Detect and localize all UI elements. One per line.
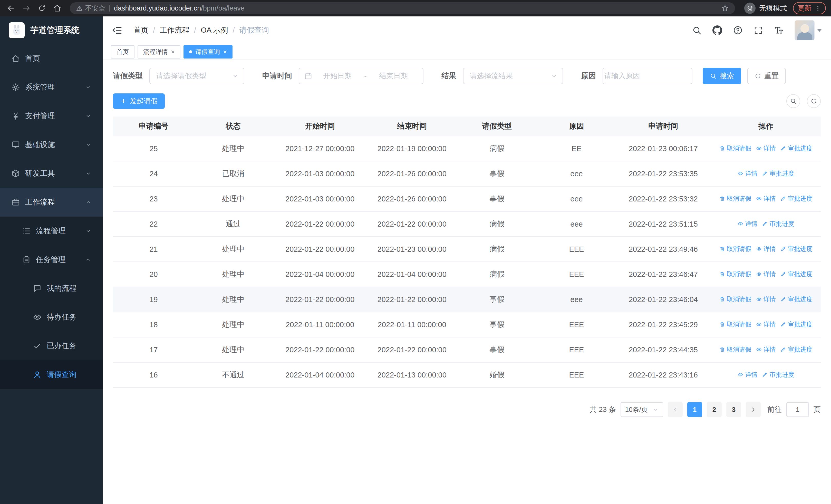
apply-time-range-picker[interactable]: 开始日期 - 结束日期 bbox=[299, 68, 424, 84]
avatar[interactable] bbox=[795, 20, 814, 40]
cancel-action-link[interactable]: 取消请假 bbox=[719, 270, 751, 278]
detail-action-link[interactable]: 详情 bbox=[738, 370, 757, 379]
progress-action-link[interactable]: 审批进度 bbox=[780, 144, 812, 152]
chevron-right-icon bbox=[750, 406, 756, 413]
user-menu[interactable] bbox=[795, 20, 822, 40]
detail-action-link[interactable]: 详情 bbox=[756, 245, 776, 253]
sidebar-item-process-management[interactable]: 流程管理 bbox=[0, 216, 103, 245]
progress-action-link[interactable]: 审批进度 bbox=[780, 270, 812, 278]
browser-reload-button[interactable] bbox=[36, 2, 48, 14]
leave-type-select[interactable]: 请选择请假类型 bbox=[149, 68, 244, 84]
progress-action-link[interactable]: 审批进度 bbox=[762, 220, 794, 228]
detail-action-link[interactable]: 详情 bbox=[738, 220, 757, 228]
detail-action-link[interactable]: 详情 bbox=[756, 346, 776, 354]
sidebar-item-infrastructure[interactable]: 基础设施 bbox=[0, 130, 103, 159]
address-bar[interactable]: 不安全 dashboard.yudao.iocoder.cn/bpm/oa/le… bbox=[70, 2, 735, 14]
browser-menu-icon[interactable] bbox=[814, 5, 821, 11]
progress-action-link[interactable]: 审批进度 bbox=[780, 195, 812, 203]
refresh-icon bbox=[810, 98, 817, 105]
table-header: 申请编号状态开始时间结束时间请假类型原因申请时间操作 bbox=[113, 117, 821, 136]
progress-action-link[interactable]: 审批进度 bbox=[780, 320, 812, 328]
font-size-icon[interactable] bbox=[774, 25, 784, 35]
cancel-action-link[interactable]: 取消请假 bbox=[719, 320, 751, 328]
cell-apply-time: 2022-01-22 23:53:35 bbox=[615, 161, 711, 186]
detail-action-link[interactable]: 详情 bbox=[756, 144, 776, 152]
sidebar-item-my-process[interactable]: 我的流程 bbox=[0, 274, 103, 303]
page-size-select[interactable]: 10条/页 bbox=[621, 402, 663, 417]
trash-icon bbox=[719, 296, 725, 302]
security-chip[interactable]: 不安全 bbox=[76, 4, 105, 13]
incognito-icon bbox=[746, 4, 754, 12]
cell-end-time: 2022-01-22 00:00:00 bbox=[368, 287, 456, 312]
detail-action-link[interactable]: 详情 bbox=[738, 169, 757, 178]
cell-leave-type: 事假 bbox=[456, 287, 538, 312]
browser-forward-button[interactable] bbox=[21, 2, 32, 14]
page-button-2[interactable]: 2 bbox=[707, 402, 722, 417]
close-tab-icon[interactable]: × bbox=[223, 49, 227, 55]
detail-action-link[interactable]: 详情 bbox=[756, 320, 776, 328]
reason-input[interactable] bbox=[604, 72, 691, 80]
sidebar-item-workflow[interactable]: 工作流程 bbox=[0, 188, 103, 216]
progress-action-link[interactable]: 审批进度 bbox=[762, 169, 794, 178]
incognito-label: 无痕模式 bbox=[759, 4, 787, 13]
sidebar-item-home[interactable]: 首页 bbox=[0, 44, 103, 73]
progress-action-link[interactable]: 审批进度 bbox=[762, 370, 794, 379]
pen-icon bbox=[780, 146, 786, 151]
detail-action-link[interactable]: 详情 bbox=[756, 270, 776, 278]
close-tab-icon[interactable]: × bbox=[171, 49, 175, 55]
tab-process-detail[interactable]: 流程详情× bbox=[138, 45, 180, 59]
cancel-action-link[interactable]: 取消请假 bbox=[719, 346, 751, 354]
help-icon[interactable] bbox=[733, 25, 743, 35]
breadcrumb-item[interactable]: 首页 bbox=[134, 25, 148, 35]
detail-action-link[interactable]: 详情 bbox=[756, 295, 776, 303]
browser-back-button[interactable] bbox=[5, 2, 17, 14]
search-icon[interactable] bbox=[692, 25, 701, 35]
progress-action-link[interactable]: 审批进度 bbox=[780, 245, 812, 253]
browser-home-button[interactable] bbox=[51, 2, 63, 14]
prev-page-button[interactable] bbox=[668, 402, 683, 417]
sidebar-item-system[interactable]: 系统管理 bbox=[0, 73, 103, 101]
pagination: 共 23 条 10条/页 123 前往 页 bbox=[113, 402, 821, 417]
progress-action-link[interactable]: 审批进度 bbox=[780, 295, 812, 303]
bookmark-star-icon[interactable] bbox=[721, 4, 729, 12]
cancel-action-link[interactable]: 取消请假 bbox=[719, 195, 751, 203]
sidebar-item-devtools[interactable]: 研发工具 bbox=[0, 159, 103, 188]
tab-leave-query[interactable]: 请假查询× bbox=[183, 45, 232, 59]
github-icon[interactable] bbox=[712, 25, 722, 35]
result-select[interactable]: 请选择流结果 bbox=[463, 68, 563, 84]
breadcrumb-item[interactable]: 工作流程 bbox=[160, 25, 190, 35]
breadcrumb-item[interactable]: OA 示例 bbox=[201, 25, 228, 35]
collapse-sidebar-icon[interactable] bbox=[112, 25, 123, 36]
page-button-1[interactable]: 1 bbox=[687, 402, 702, 417]
sidebar-item-task-management[interactable]: 任务管理 bbox=[0, 245, 103, 274]
toggle-search-button[interactable] bbox=[786, 94, 800, 108]
next-page-button[interactable] bbox=[746, 402, 761, 417]
chevron-down-icon bbox=[85, 113, 91, 119]
cell-apply-time: 2022-01-22 23:43:16 bbox=[615, 362, 711, 387]
search-button[interactable]: 搜索 bbox=[703, 68, 741, 84]
fullscreen-icon[interactable] bbox=[753, 25, 763, 35]
app-logo[interactable]: 芋道管理系统 bbox=[0, 17, 103, 44]
sidebar-item-payment[interactable]: 支付管理 bbox=[0, 101, 103, 130]
progress-action-link[interactable]: 审批进度 bbox=[780, 346, 812, 354]
tab-label: 请假查询 bbox=[195, 48, 220, 56]
detail-action-link[interactable]: 详情 bbox=[756, 195, 776, 203]
chevron-down-icon bbox=[85, 142, 91, 148]
refresh-table-button[interactable] bbox=[807, 94, 821, 108]
cell-apply-time: 2022-01-23 00:06:17 bbox=[615, 136, 711, 161]
page-button-3[interactable]: 3 bbox=[726, 402, 741, 417]
sidebar-item-todo-tasks[interactable]: 待办任务 bbox=[0, 303, 103, 331]
start-date-placeholder: 开始日期 bbox=[313, 71, 362, 81]
goto-page-input[interactable] bbox=[787, 406, 808, 414]
sidebar-item-done-tasks[interactable]: 已办任务 bbox=[0, 331, 103, 360]
cancel-action-link[interactable]: 取消请假 bbox=[719, 144, 751, 152]
leave-table: 申请编号状态开始时间结束时间请假类型原因申请时间操作 25处理中2021-12-… bbox=[113, 117, 821, 388]
cancel-action-link[interactable]: 取消请假 bbox=[719, 295, 751, 303]
table-row: 20处理中2022-01-04 00:00:002022-01-04 00:00… bbox=[113, 262, 821, 287]
sidebar-item-leave-query[interactable]: 请假查询 bbox=[0, 360, 103, 389]
cancel-action-link[interactable]: 取消请假 bbox=[719, 245, 751, 253]
browser-update-button[interactable]: 更新 bbox=[793, 2, 826, 14]
reset-button[interactable]: 重置 bbox=[747, 68, 786, 84]
create-leave-button[interactable]: 发起请假 bbox=[113, 93, 165, 109]
tab-home[interactable]: 首页 bbox=[111, 45, 135, 59]
